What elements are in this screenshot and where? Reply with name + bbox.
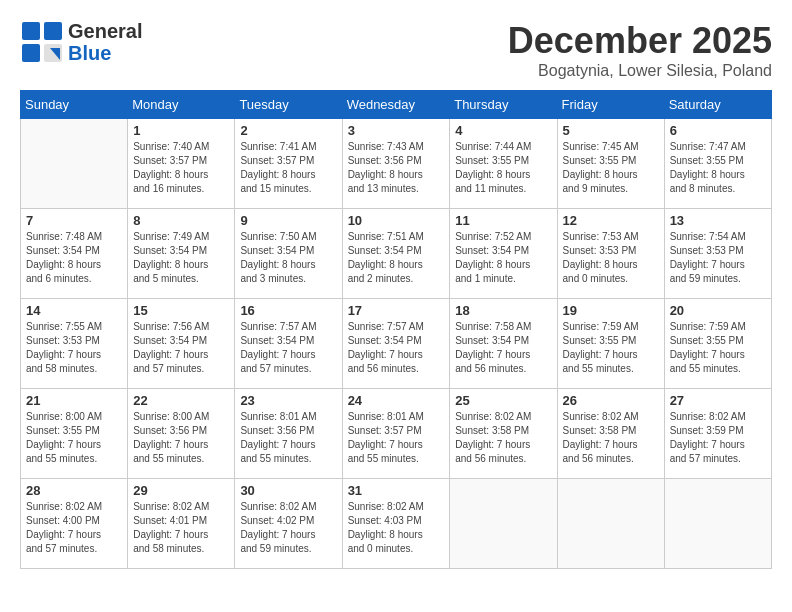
calendar-cell: 8Sunrise: 7:49 AMSunset: 3:54 PMDaylight…	[128, 209, 235, 299]
weekday-header-wednesday: Wednesday	[342, 91, 450, 119]
svg-rect-2	[22, 44, 40, 62]
day-info: Sunrise: 7:57 AMSunset: 3:54 PMDaylight:…	[348, 320, 445, 376]
day-info: Sunrise: 7:51 AMSunset: 3:54 PMDaylight:…	[348, 230, 445, 286]
calendar-cell: 29Sunrise: 8:02 AMSunset: 4:01 PMDayligh…	[128, 479, 235, 569]
calendar-cell: 12Sunrise: 7:53 AMSunset: 3:53 PMDayligh…	[557, 209, 664, 299]
day-info: Sunrise: 7:44 AMSunset: 3:55 PMDaylight:…	[455, 140, 551, 196]
day-info: Sunrise: 7:56 AMSunset: 3:54 PMDaylight:…	[133, 320, 229, 376]
day-number: 25	[455, 393, 551, 408]
calendar-cell: 24Sunrise: 8:01 AMSunset: 3:57 PMDayligh…	[342, 389, 450, 479]
day-number: 12	[563, 213, 659, 228]
weekday-header-sunday: Sunday	[21, 91, 128, 119]
calendar-cell	[557, 479, 664, 569]
calendar-cell: 3Sunrise: 7:43 AMSunset: 3:56 PMDaylight…	[342, 119, 450, 209]
day-info: Sunrise: 7:53 AMSunset: 3:53 PMDaylight:…	[563, 230, 659, 286]
day-number: 9	[240, 213, 336, 228]
day-number: 31	[348, 483, 445, 498]
day-number: 15	[133, 303, 229, 318]
day-info: Sunrise: 8:02 AMSunset: 3:58 PMDaylight:…	[455, 410, 551, 466]
day-info: Sunrise: 7:59 AMSunset: 3:55 PMDaylight:…	[563, 320, 659, 376]
day-number: 11	[455, 213, 551, 228]
day-number: 26	[563, 393, 659, 408]
day-number: 7	[26, 213, 122, 228]
day-info: Sunrise: 7:43 AMSunset: 3:56 PMDaylight:…	[348, 140, 445, 196]
day-info: Sunrise: 7:52 AMSunset: 3:54 PMDaylight:…	[455, 230, 551, 286]
calendar-cell: 20Sunrise: 7:59 AMSunset: 3:55 PMDayligh…	[664, 299, 771, 389]
day-info: Sunrise: 7:40 AMSunset: 3:57 PMDaylight:…	[133, 140, 229, 196]
day-number: 29	[133, 483, 229, 498]
day-number: 27	[670, 393, 766, 408]
weekday-header-saturday: Saturday	[664, 91, 771, 119]
day-info: Sunrise: 7:48 AMSunset: 3:54 PMDaylight:…	[26, 230, 122, 286]
day-info: Sunrise: 7:47 AMSunset: 3:55 PMDaylight:…	[670, 140, 766, 196]
day-number: 8	[133, 213, 229, 228]
calendar-cell: 30Sunrise: 8:02 AMSunset: 4:02 PMDayligh…	[235, 479, 342, 569]
day-info: Sunrise: 8:02 AMSunset: 4:01 PMDaylight:…	[133, 500, 229, 556]
day-number: 22	[133, 393, 229, 408]
day-number: 1	[133, 123, 229, 138]
calendar-cell: 17Sunrise: 7:57 AMSunset: 3:54 PMDayligh…	[342, 299, 450, 389]
day-number: 4	[455, 123, 551, 138]
month-title: December 2025	[508, 20, 772, 62]
calendar-week-5: 28Sunrise: 8:02 AMSunset: 4:00 PMDayligh…	[21, 479, 772, 569]
calendar-week-2: 7Sunrise: 7:48 AMSunset: 3:54 PMDaylight…	[21, 209, 772, 299]
weekday-header-monday: Monday	[128, 91, 235, 119]
calendar-header-row: SundayMondayTuesdayWednesdayThursdayFrid…	[21, 91, 772, 119]
day-number: 20	[670, 303, 766, 318]
day-number: 13	[670, 213, 766, 228]
calendar-cell	[21, 119, 128, 209]
calendar-cell: 25Sunrise: 8:02 AMSunset: 3:58 PMDayligh…	[450, 389, 557, 479]
day-number: 28	[26, 483, 122, 498]
day-info: Sunrise: 8:02 AMSunset: 4:00 PMDaylight:…	[26, 500, 122, 556]
calendar-cell: 10Sunrise: 7:51 AMSunset: 3:54 PMDayligh…	[342, 209, 450, 299]
calendar-cell: 21Sunrise: 8:00 AMSunset: 3:55 PMDayligh…	[21, 389, 128, 479]
logo: General Blue	[20, 20, 142, 64]
logo-general: General	[68, 20, 142, 42]
calendar-cell: 23Sunrise: 8:01 AMSunset: 3:56 PMDayligh…	[235, 389, 342, 479]
calendar-week-1: 1Sunrise: 7:40 AMSunset: 3:57 PMDaylight…	[21, 119, 772, 209]
day-number: 24	[348, 393, 445, 408]
calendar-cell: 31Sunrise: 8:02 AMSunset: 4:03 PMDayligh…	[342, 479, 450, 569]
day-number: 18	[455, 303, 551, 318]
calendar-cell	[664, 479, 771, 569]
calendar-cell: 2Sunrise: 7:41 AMSunset: 3:57 PMDaylight…	[235, 119, 342, 209]
svg-rect-1	[44, 22, 62, 40]
calendar-cell: 22Sunrise: 8:00 AMSunset: 3:56 PMDayligh…	[128, 389, 235, 479]
day-number: 3	[348, 123, 445, 138]
svg-rect-0	[22, 22, 40, 40]
day-info: Sunrise: 8:01 AMSunset: 3:56 PMDaylight:…	[240, 410, 336, 466]
calendar-cell: 27Sunrise: 8:02 AMSunset: 3:59 PMDayligh…	[664, 389, 771, 479]
day-info: Sunrise: 7:55 AMSunset: 3:53 PMDaylight:…	[26, 320, 122, 376]
calendar-cell: 16Sunrise: 7:57 AMSunset: 3:54 PMDayligh…	[235, 299, 342, 389]
day-info: Sunrise: 7:41 AMSunset: 3:57 PMDaylight:…	[240, 140, 336, 196]
calendar-cell: 1Sunrise: 7:40 AMSunset: 3:57 PMDaylight…	[128, 119, 235, 209]
calendar-cell: 9Sunrise: 7:50 AMSunset: 3:54 PMDaylight…	[235, 209, 342, 299]
day-number: 2	[240, 123, 336, 138]
day-number: 16	[240, 303, 336, 318]
day-info: Sunrise: 8:02 AMSunset: 3:59 PMDaylight:…	[670, 410, 766, 466]
calendar-cell: 26Sunrise: 8:02 AMSunset: 3:58 PMDayligh…	[557, 389, 664, 479]
calendar-table: SundayMondayTuesdayWednesdayThursdayFrid…	[20, 90, 772, 569]
day-number: 21	[26, 393, 122, 408]
calendar-cell: 7Sunrise: 7:48 AMSunset: 3:54 PMDaylight…	[21, 209, 128, 299]
day-number: 14	[26, 303, 122, 318]
day-info: Sunrise: 7:49 AMSunset: 3:54 PMDaylight:…	[133, 230, 229, 286]
day-info: Sunrise: 7:58 AMSunset: 3:54 PMDaylight:…	[455, 320, 551, 376]
calendar-week-3: 14Sunrise: 7:55 AMSunset: 3:53 PMDayligh…	[21, 299, 772, 389]
logo-blue: Blue	[68, 42, 142, 64]
day-number: 23	[240, 393, 336, 408]
calendar-cell: 19Sunrise: 7:59 AMSunset: 3:55 PMDayligh…	[557, 299, 664, 389]
calendar-cell: 13Sunrise: 7:54 AMSunset: 3:53 PMDayligh…	[664, 209, 771, 299]
logo-icon	[20, 20, 64, 64]
day-number: 10	[348, 213, 445, 228]
calendar-cell: 28Sunrise: 8:02 AMSunset: 4:00 PMDayligh…	[21, 479, 128, 569]
day-info: Sunrise: 8:00 AMSunset: 3:55 PMDaylight:…	[26, 410, 122, 466]
day-info: Sunrise: 8:01 AMSunset: 3:57 PMDaylight:…	[348, 410, 445, 466]
title-block: December 2025 Bogatynia, Lower Silesia, …	[508, 20, 772, 80]
day-info: Sunrise: 7:57 AMSunset: 3:54 PMDaylight:…	[240, 320, 336, 376]
day-info: Sunrise: 7:54 AMSunset: 3:53 PMDaylight:…	[670, 230, 766, 286]
day-number: 5	[563, 123, 659, 138]
day-info: Sunrise: 8:00 AMSunset: 3:56 PMDaylight:…	[133, 410, 229, 466]
page-header: General Blue December 2025 Bogatynia, Lo…	[20, 20, 772, 80]
calendar-cell: 5Sunrise: 7:45 AMSunset: 3:55 PMDaylight…	[557, 119, 664, 209]
